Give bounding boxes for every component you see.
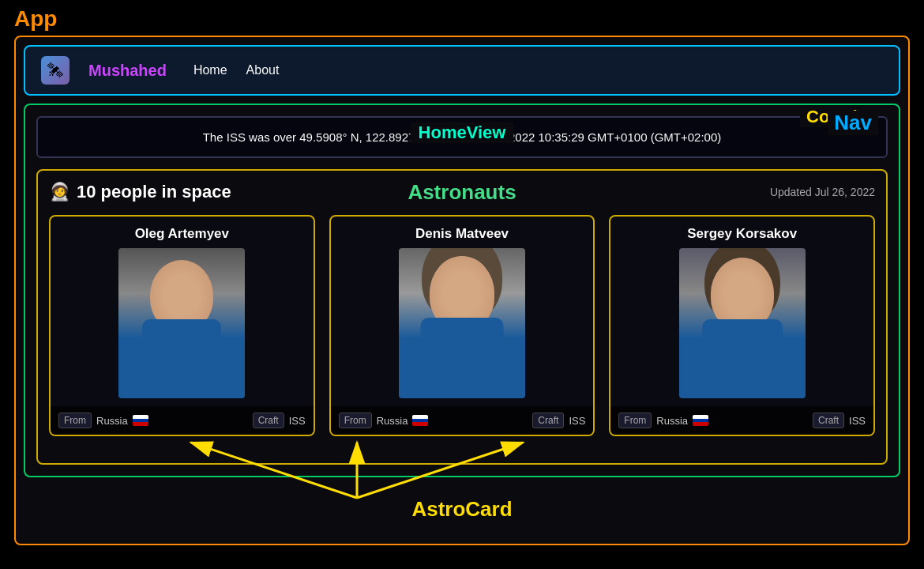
- satellite-icon: 🛰: [47, 62, 63, 80]
- astro-card-oleg: Oleg Artemyev From Russia Craft ISS: [49, 215, 315, 436]
- craft-value-oleg: ISS: [289, 415, 306, 427]
- count-text: 10 people in space: [77, 182, 231, 202]
- nav-link-about[interactable]: About: [246, 63, 280, 77]
- homeview-container: Coords The ISS was over 49.5908° N, 122.…: [24, 104, 900, 477]
- flag-oleg: [133, 415, 148, 426]
- astro-footer-sergey: From Russia Craft ISS: [610, 406, 873, 435]
- astronauts-title: Astronauts: [408, 180, 516, 205]
- nav-label: Nav: [828, 111, 878, 135]
- nav-logo-icon: 🛰: [41, 56, 69, 85]
- svg-line-0: [191, 443, 357, 498]
- astrocard-arrows: [49, 435, 875, 506]
- from-section-oleg: From Russia: [58, 413, 148, 428]
- astrocard-label: AstroCard: [411, 497, 512, 522]
- nav-bar: 🛰 Mushahed Home About: [24, 45, 900, 96]
- craft-section-denis: Craft ISS: [532, 413, 585, 428]
- craft-label-sergey: Craft: [813, 413, 844, 428]
- from-label-oleg: From: [58, 413, 92, 428]
- astro-footer-oleg: From Russia Craft ISS: [51, 406, 314, 435]
- app-label: App: [14, 6, 57, 32]
- astro-name-oleg: Oleg Artemyev: [51, 217, 314, 248]
- updated-text: Updated Jul 26, 2022: [770, 186, 875, 198]
- astro-name-denis: Denis Matveev: [331, 217, 594, 248]
- flag-denis: [412, 415, 428, 426]
- astronauts-section: 🧑‍🚀 10 people in space Astronauts Update…: [36, 169, 888, 465]
- from-label-denis: From: [339, 413, 372, 428]
- nav-brand: Mushahed: [88, 62, 167, 80]
- astro-photo-oleg: [118, 248, 245, 398]
- craft-section-sergey: Craft ISS: [813, 413, 866, 428]
- astro-card-denis: Denis Matveev From Russia Craft ISS: [329, 215, 595, 436]
- from-label-sergey: From: [618, 413, 652, 428]
- nav-link-home[interactable]: Home: [193, 63, 227, 77]
- craft-value-denis: ISS: [569, 415, 585, 427]
- from-section-sergey: From Russia: [618, 413, 708, 428]
- astro-photo-denis: [399, 248, 525, 398]
- country-denis: Russia: [377, 415, 408, 427]
- craft-label-denis: Craft: [532, 413, 564, 428]
- astronaut-icon: 🧑‍🚀: [49, 182, 70, 202]
- from-section-denis: From Russia: [339, 413, 429, 428]
- people-count: 🧑‍🚀 10 people in space: [49, 182, 231, 202]
- astro-card-sergey: Sergey Korsakov From Russia Craft ISS: [609, 215, 875, 436]
- homeview-label: HomeView: [411, 122, 514, 143]
- app-container: Nav HomeView 🛰 Mushahed Home About Coord…: [14, 36, 910, 545]
- craft-label-oleg: Craft: [253, 413, 284, 428]
- craft-value-sergey: ISS: [849, 415, 866, 427]
- country-sergey: Russia: [656, 415, 688, 427]
- astro-footer-denis: From Russia Craft ISS: [331, 406, 594, 435]
- cards-container: Oleg Artemyev From Russia Craft ISS: [49, 215, 875, 436]
- astrocard-section: AstroCard: [49, 444, 875, 452]
- country-oleg: Russia: [96, 415, 128, 427]
- astronauts-header: 🧑‍🚀 10 people in space Astronauts Update…: [49, 182, 875, 202]
- craft-section-oleg: Craft ISS: [253, 413, 306, 428]
- flag-sergey: [693, 415, 708, 426]
- astro-photo-sergey: [679, 248, 806, 398]
- astro-name-sergey: Sergey Korsakov: [610, 217, 873, 248]
- svg-line-2: [357, 443, 523, 498]
- nav-links: Home About: [193, 63, 280, 77]
